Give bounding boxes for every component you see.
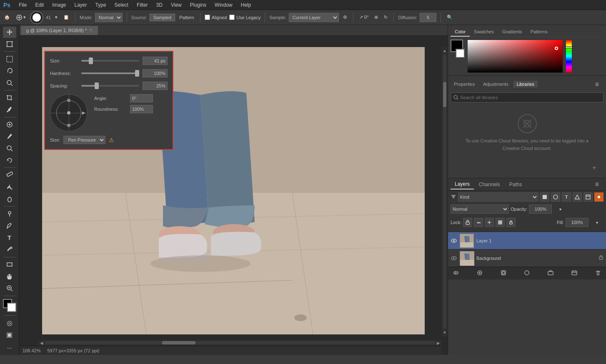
layer1-visibility-toggle[interactable] xyxy=(451,237,457,244)
paths-tab[interactable]: Paths xyxy=(505,180,526,189)
source-pattern-button[interactable]: Pattern xyxy=(178,14,195,21)
pen-tool[interactable] xyxy=(3,220,16,232)
horizontal-scroll-thumb[interactable] xyxy=(162,341,195,344)
libraries-search[interactable] xyxy=(451,92,603,102)
smart-object-filter[interactable] xyxy=(583,192,593,202)
sample-select[interactable]: Current Layer xyxy=(289,13,339,22)
blur-tool[interactable] xyxy=(3,193,16,204)
paint-bucket-tool[interactable] xyxy=(3,182,16,193)
add-adjustment-button[interactable] xyxy=(522,269,531,278)
fill-dropdown[interactable]: ▾ xyxy=(590,217,603,228)
brush-spacing-input[interactable]: 25% xyxy=(143,82,168,90)
vertical-scrollbar[interactable]: ▲ ▼ xyxy=(442,47,448,337)
brush-hardness-slider[interactable] xyxy=(81,72,139,74)
quick-mask-button[interactable]: ◎ xyxy=(3,317,16,329)
properties-tab[interactable]: Properties xyxy=(451,81,478,87)
brush-spacing-slider-wrap[interactable] xyxy=(81,85,139,87)
color-gradient-picker[interactable] xyxy=(467,40,563,73)
add-library-button[interactable]: + xyxy=(588,162,601,174)
menu-edit[interactable]: Edit xyxy=(33,1,45,9)
lock-artboard-btn[interactable] xyxy=(496,218,505,227)
clone-source-button[interactable]: 📋 xyxy=(62,14,71,21)
brush-angle-diagram[interactable]: ▶ xyxy=(50,94,88,132)
layers-tab[interactable]: Layers xyxy=(451,180,474,189)
menu-image[interactable]: Image xyxy=(50,1,68,9)
background-swatch[interactable] xyxy=(456,49,465,58)
color-swatch[interactable] xyxy=(3,299,16,312)
use-legacy-checkbox[interactable] xyxy=(229,15,235,20)
path-selection-tool[interactable] xyxy=(3,244,16,255)
hand-tool[interactable] xyxy=(3,271,16,282)
artboard-tool[interactable] xyxy=(3,39,16,50)
scroll-right-arrow[interactable]: ▶ xyxy=(436,340,441,346)
menu-help[interactable]: Help xyxy=(239,1,253,9)
vertical-scroll-thumb[interactable] xyxy=(443,82,446,107)
layers-kind-select[interactable]: Kind xyxy=(458,192,538,202)
dodge-tool[interactable] xyxy=(3,208,16,219)
brush-options-button[interactable]: ▾ xyxy=(53,14,59,21)
delete-layer-button[interactable] xyxy=(593,269,603,278)
layer-item-layer1[interactable]: Layer 1 xyxy=(448,232,606,249)
size-control-select[interactable]: Pen Pressure xyxy=(63,136,105,144)
layer-item-background[interactable]: Background xyxy=(448,249,606,267)
diagram-bottom-handle[interactable] xyxy=(67,124,70,127)
libraries-search-input[interactable] xyxy=(460,95,601,100)
lock-transparent-btn[interactable] xyxy=(463,218,472,227)
horizontal-scroll-track[interactable] xyxy=(45,341,435,344)
menu-select[interactable]: Select xyxy=(113,1,130,9)
lock-all-btn[interactable] xyxy=(506,218,516,227)
brush-size-thumb[interactable] xyxy=(89,57,93,64)
brush-size-input[interactable]: 41 px xyxy=(143,57,168,65)
history-brush-tool[interactable] xyxy=(3,155,16,166)
vertical-scroll-track[interactable] xyxy=(443,55,446,329)
patterns-tab[interactable]: Patterns xyxy=(526,27,552,37)
use-legacy-checkbox-wrap[interactable]: Use Legacy xyxy=(229,15,260,20)
eraser-tool[interactable] xyxy=(3,170,16,181)
menu-filter[interactable]: Filter xyxy=(135,1,150,9)
libraries-tab[interactable]: Libraries xyxy=(513,81,538,87)
move-tool[interactable] xyxy=(3,27,16,38)
opacity-dropdown[interactable]: ▾ xyxy=(553,203,567,215)
add-layer-style-button[interactable] xyxy=(475,269,484,278)
screen-mode-button[interactable]: ▣ xyxy=(3,329,16,341)
scroll-down-arrow[interactable]: ▼ xyxy=(442,329,448,336)
shape-layer-filter[interactable] xyxy=(573,192,582,202)
hue-cursor[interactable] xyxy=(565,47,573,48)
fill-input[interactable] xyxy=(566,218,588,227)
brush-spacing-slider[interactable] xyxy=(81,85,139,87)
menu-plugins[interactable]: Plugins xyxy=(188,1,208,9)
spot-healing-tool[interactable] xyxy=(3,119,16,130)
angle-button[interactable]: ↗ 0° xyxy=(358,14,371,21)
brush-spacing-thumb[interactable] xyxy=(95,82,99,89)
brush-hardness-slider-wrap[interactable] xyxy=(81,72,139,74)
adjustment-layer-filter[interactable] xyxy=(551,192,560,202)
aligned-checkbox-wrap[interactable]: Aligned xyxy=(205,15,227,20)
link-layers-button[interactable] xyxy=(451,269,461,278)
color-gradient-cursor[interactable] xyxy=(555,47,558,50)
swatches-tab[interactable]: Swatches xyxy=(470,27,498,37)
horizontal-scrollbar[interactable]: ◀ ▶ xyxy=(38,340,442,346)
create-group-button[interactable] xyxy=(546,269,555,278)
lock-position-btn[interactable] xyxy=(485,218,494,227)
blend-mode-select[interactable]: Normal xyxy=(451,204,509,214)
menu-3d[interactable]: 3D xyxy=(155,1,164,9)
more-tools-button[interactable]: ··· xyxy=(3,342,16,353)
lasso-tool[interactable] xyxy=(3,65,16,77)
eyedropper-tool[interactable] xyxy=(3,104,16,115)
type-layer-filter[interactable]: T xyxy=(562,192,571,202)
brush-hardness-thumb[interactable] xyxy=(135,70,139,77)
gradients-tab[interactable]: Gradients xyxy=(498,27,526,37)
source-sampled-button[interactable]: Sampled xyxy=(150,14,175,21)
menu-layer[interactable]: Layer xyxy=(73,1,89,9)
aligned-checkbox[interactable] xyxy=(205,15,210,20)
quick-select-tool[interactable] xyxy=(3,77,16,89)
search-button[interactable]: 🔍 xyxy=(445,14,454,21)
zoom-tool[interactable] xyxy=(3,283,16,294)
diffusion-input[interactable]: 5 xyxy=(420,13,436,22)
document-tab[interactable]: g @ 108% (Layer 1, RGB/8) * ✕ xyxy=(21,26,98,35)
rotate-button[interactable]: ↻ xyxy=(382,14,389,21)
brush-hardness-input[interactable]: 100% xyxy=(143,69,168,77)
angle-input[interactable]: 0° xyxy=(130,94,153,102)
background-color[interactable] xyxy=(7,303,16,312)
opacity-input[interactable] xyxy=(529,204,552,214)
